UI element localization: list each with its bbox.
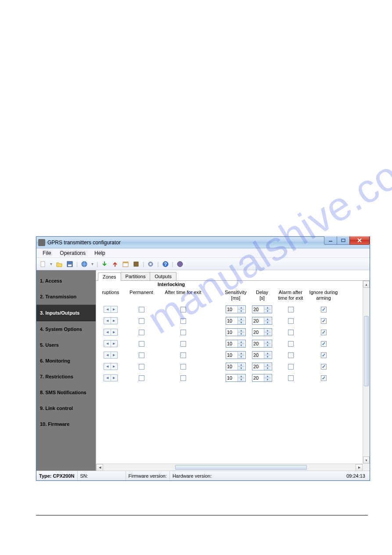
sensitivity-input[interactable] (226, 307, 237, 312)
spin-down-icon[interactable]: ▼ (238, 310, 245, 313)
save-icon[interactable] (66, 260, 74, 268)
calendar-icon[interactable] (122, 260, 129, 268)
titlebar[interactable]: GPRS transmitters configurator (36, 237, 370, 248)
sidebar-item-system-options[interactable]: 4. System Options (36, 321, 96, 337)
spin-down-icon[interactable]: ▼ (238, 344, 245, 348)
delay-input[interactable] (252, 364, 264, 369)
alarm-after-checkbox[interactable] (288, 341, 294, 347)
sphere-icon[interactable] (176, 260, 184, 268)
vertical-scrollbar[interactable]: ▲ ▼ (363, 281, 370, 464)
spin-up-icon[interactable]: ▲ (238, 340, 245, 344)
scroll-up-icon[interactable]: ▲ (363, 281, 370, 288)
sensitivity-spinner[interactable]: ▲▼ (226, 351, 246, 359)
permanent-checkbox[interactable] (139, 375, 144, 381)
sidebar-item-monitoring[interactable]: 6. Monitoring (36, 353, 96, 369)
spin-down-icon[interactable]: ▼ (264, 310, 271, 313)
permanent-checkbox[interactable] (139, 352, 144, 358)
ignore-arming-checkbox[interactable] (321, 364, 327, 370)
spin-down-icon[interactable]: ▼ (264, 344, 271, 348)
spin-down-icon[interactable]: ▼ (264, 333, 271, 336)
horizontal-scroll-thumb[interactable] (175, 465, 307, 470)
spin-up-icon[interactable]: ▲ (264, 317, 271, 321)
sensitivity-spinner[interactable]: ▲▼ (226, 374, 246, 382)
tab-outputs[interactable]: Outputs (150, 272, 176, 280)
horizontal-scrollbar[interactable]: ◀ ▶ (96, 464, 363, 471)
after-exit-checkbox[interactable] (180, 375, 186, 381)
sidebar-item-users[interactable]: 5. Users (36, 337, 96, 353)
scroll-down-icon[interactable]: ▼ (363, 457, 370, 464)
ruptions-stepper[interactable]: ◀▶ (104, 363, 118, 370)
dropdown-arrow-icon[interactable]: ▾ (50, 261, 53, 266)
menu-operations[interactable]: Operations (56, 249, 89, 257)
alarm-after-checkbox[interactable] (288, 330, 294, 335)
delay-input[interactable] (252, 375, 264, 381)
after-exit-checkbox[interactable] (180, 330, 186, 335)
alarm-after-checkbox[interactable] (288, 307, 294, 312)
spin-up-icon[interactable]: ▲ (264, 352, 271, 355)
sensitivity-input[interactable] (226, 352, 237, 358)
sidebar-item-firmware[interactable]: 10. Firmware (36, 416, 96, 432)
spin-up-icon[interactable]: ▲ (264, 374, 271, 378)
ignore-arming-checkbox[interactable] (321, 375, 327, 381)
new-icon[interactable] (39, 260, 47, 268)
delay-spinner[interactable]: ▲▼ (252, 317, 272, 325)
minimize-button[interactable] (324, 236, 337, 245)
after-exit-checkbox[interactable] (180, 352, 186, 358)
spin-up-icon[interactable]: ▲ (264, 306, 271, 310)
delay-spinner[interactable]: ▲▼ (252, 328, 272, 336)
spin-up-icon[interactable]: ▲ (238, 306, 245, 310)
delay-input[interactable] (252, 341, 264, 346)
delay-input[interactable] (252, 318, 264, 323)
delay-spinner[interactable]: ▲▼ (252, 374, 272, 382)
maximize-button[interactable] (337, 236, 350, 245)
spin-up-icon[interactable]: ▲ (238, 352, 245, 355)
sensitivity-spinner[interactable]: ▲▼ (226, 340, 246, 348)
help-icon[interactable]: ? (162, 260, 169, 268)
permanent-checkbox[interactable] (139, 364, 144, 370)
ruptions-stepper[interactable]: ◀▶ (104, 340, 118, 347)
permanent-checkbox[interactable] (139, 318, 144, 324)
sidebar-item-restrictions[interactable]: 7. Restrictions (36, 369, 96, 385)
open-icon[interactable] (55, 260, 63, 268)
spin-up-icon[interactable]: ▲ (264, 329, 271, 333)
sidebar-item-link-control[interactable]: 9. Link control (36, 400, 96, 416)
spin-up-icon[interactable]: ▲ (238, 363, 245, 367)
alarm-after-checkbox[interactable] (288, 352, 294, 358)
after-exit-checkbox[interactable] (180, 318, 186, 324)
spin-up-icon[interactable]: ▲ (238, 317, 245, 321)
spin-down-icon[interactable]: ▼ (238, 378, 245, 382)
sensitivity-input[interactable] (226, 330, 237, 335)
delay-spinner[interactable]: ▲▼ (252, 351, 272, 359)
spin-down-icon[interactable]: ▼ (238, 333, 245, 336)
download-icon[interactable] (101, 260, 108, 268)
permanent-checkbox[interactable] (139, 341, 144, 347)
spin-up-icon[interactable]: ▲ (238, 329, 245, 333)
spin-down-icon[interactable]: ▼ (238, 321, 245, 325)
menu-file[interactable]: File (39, 249, 54, 257)
spin-down-icon[interactable]: ▼ (264, 378, 271, 382)
sensitivity-input[interactable] (226, 364, 237, 369)
sensitivity-input[interactable] (226, 341, 237, 346)
delay-input[interactable] (252, 307, 264, 312)
permanent-checkbox[interactable] (139, 307, 144, 312)
device-icon[interactable] (132, 260, 140, 268)
after-exit-checkbox[interactable] (180, 307, 186, 312)
alarm-after-checkbox[interactable] (288, 375, 294, 381)
delay-spinner[interactable]: ▲▼ (252, 340, 272, 348)
ruptions-stepper[interactable]: ◀▶ (104, 352, 118, 359)
sidebar-item-access[interactable]: 1. Access (36, 273, 96, 289)
delay-spinner[interactable]: ▲▼ (252, 305, 272, 313)
scroll-right-icon[interactable]: ▶ (356, 464, 363, 471)
sidebar-item-inputs-outputs[interactable]: 3. Inputs/Outputs (36, 305, 96, 321)
close-button[interactable] (349, 236, 370, 245)
ruptions-stepper[interactable]: ◀▶ (104, 329, 118, 336)
ruptions-stepper[interactable]: ◀▶ (104, 374, 118, 381)
spin-up-icon[interactable]: ▲ (264, 340, 271, 344)
spin-down-icon[interactable]: ▼ (238, 355, 245, 359)
delay-input[interactable] (252, 330, 264, 335)
sensitivity-spinner[interactable]: ▲▼ (226, 328, 246, 336)
ignore-arming-checkbox[interactable] (321, 307, 327, 312)
ignore-arming-checkbox[interactable] (321, 352, 327, 358)
gear-icon[interactable] (147, 260, 155, 268)
alarm-after-checkbox[interactable] (288, 364, 294, 370)
